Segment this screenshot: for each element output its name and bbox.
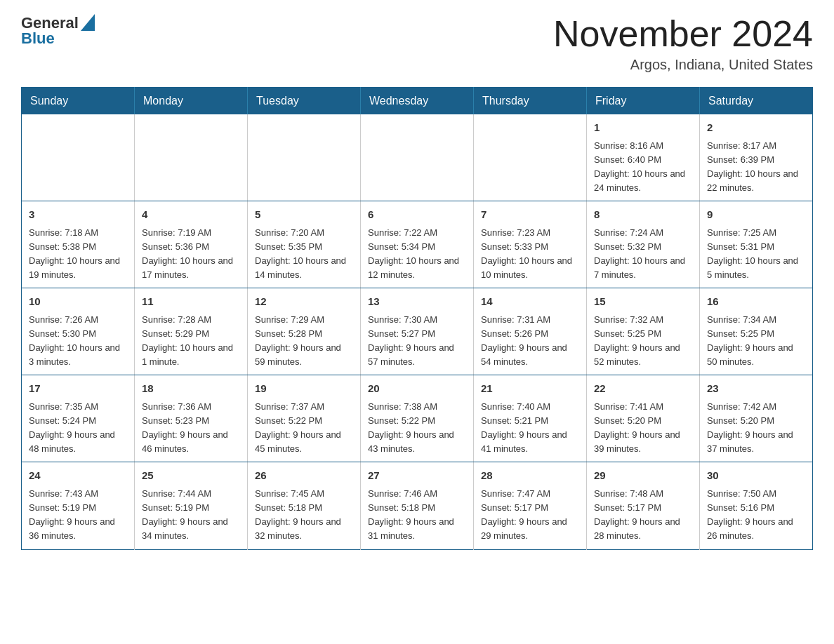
calendar-cell-w2-d3: 5Sunrise: 7:20 AM Sunset: 5:35 PM Daylig… — [248, 201, 361, 288]
day-info: Sunrise: 7:44 AM Sunset: 5:19 PM Dayligh… — [142, 487, 240, 544]
day-number: 27 — [368, 468, 466, 484]
day-number: 21 — [481, 381, 579, 397]
header-monday: Monday — [135, 88, 248, 115]
day-number: 5 — [255, 207, 353, 223]
weekday-header-row: Sunday Monday Tuesday Wednesday Thursday… — [22, 88, 813, 115]
calendar-week-5: 24Sunrise: 7:43 AM Sunset: 5:19 PM Dayli… — [22, 462, 813, 549]
day-info: Sunrise: 7:34 AM Sunset: 5:25 PM Dayligh… — [707, 313, 805, 370]
day-number: 14 — [481, 294, 579, 310]
logo: General Blue — [21, 14, 95, 48]
logo-triangle-icon — [81, 14, 95, 31]
page-header: General Blue November 2024 Argos, Indian… — [21, 14, 813, 73]
header-thursday: Thursday — [474, 88, 587, 115]
day-info: Sunrise: 7:43 AM Sunset: 5:19 PM Dayligh… — [29, 487, 127, 544]
day-info: Sunrise: 7:38 AM Sunset: 5:22 PM Dayligh… — [368, 400, 466, 457]
calendar-cell-w2-d2: 4Sunrise: 7:19 AM Sunset: 5:36 PM Daylig… — [135, 201, 248, 288]
day-info: Sunrise: 7:31 AM Sunset: 5:26 PM Dayligh… — [481, 313, 579, 370]
calendar-title: November 2024 — [553, 14, 813, 54]
calendar-cell-w3-d5: 14Sunrise: 7:31 AM Sunset: 5:26 PM Dayli… — [474, 288, 587, 375]
calendar-cell-w4-d1: 17Sunrise: 7:35 AM Sunset: 5:24 PM Dayli… — [22, 375, 135, 462]
day-number: 3 — [29, 207, 127, 223]
calendar-week-4: 17Sunrise: 7:35 AM Sunset: 5:24 PM Dayli… — [22, 375, 813, 462]
calendar-cell-w1-d5 — [474, 114, 587, 201]
calendar-cell-w1-d3 — [248, 114, 361, 201]
calendar-cell-w5-d5: 28Sunrise: 7:47 AM Sunset: 5:17 PM Dayli… — [474, 462, 587, 549]
calendar-cell-w2-d6: 8Sunrise: 7:24 AM Sunset: 5:32 PM Daylig… — [587, 201, 700, 288]
day-info: Sunrise: 7:35 AM Sunset: 5:24 PM Dayligh… — [29, 400, 127, 457]
calendar-cell-w2-d1: 3Sunrise: 7:18 AM Sunset: 5:38 PM Daylig… — [22, 201, 135, 288]
calendar-cell-w5-d3: 26Sunrise: 7:45 AM Sunset: 5:18 PM Dayli… — [248, 462, 361, 549]
day-number: 9 — [707, 207, 805, 223]
day-number: 30 — [707, 468, 805, 484]
calendar-cell-w4-d2: 18Sunrise: 7:36 AM Sunset: 5:23 PM Dayli… — [135, 375, 248, 462]
calendar-cell-w3-d3: 12Sunrise: 7:29 AM Sunset: 5:28 PM Dayli… — [248, 288, 361, 375]
day-number: 8 — [594, 207, 692, 223]
calendar-cell-w4-d7: 23Sunrise: 7:42 AM Sunset: 5:20 PM Dayli… — [700, 375, 813, 462]
day-info: Sunrise: 7:40 AM Sunset: 5:21 PM Dayligh… — [481, 400, 579, 457]
day-info: Sunrise: 7:48 AM Sunset: 5:17 PM Dayligh… — [594, 487, 692, 544]
day-number: 12 — [255, 294, 353, 310]
day-info: Sunrise: 7:23 AM Sunset: 5:33 PM Dayligh… — [481, 226, 579, 283]
calendar-title-area: November 2024 Argos, Indiana, United Sta… — [553, 14, 813, 73]
calendar-cell-w3-d7: 16Sunrise: 7:34 AM Sunset: 5:25 PM Dayli… — [700, 288, 813, 375]
calendar-week-1: 1Sunrise: 8:16 AM Sunset: 6:40 PM Daylig… — [22, 114, 813, 201]
day-number: 1 — [594, 120, 692, 136]
calendar-cell-w1-d1 — [22, 114, 135, 201]
calendar-cell-w2-d5: 7Sunrise: 7:23 AM Sunset: 5:33 PM Daylig… — [474, 201, 587, 288]
day-info: Sunrise: 7:36 AM Sunset: 5:23 PM Dayligh… — [142, 400, 240, 457]
day-number: 4 — [142, 207, 240, 223]
svg-marker-0 — [81, 14, 95, 31]
day-info: Sunrise: 7:42 AM Sunset: 5:20 PM Dayligh… — [707, 400, 805, 457]
calendar-cell-w4-d4: 20Sunrise: 7:38 AM Sunset: 5:22 PM Dayli… — [361, 375, 474, 462]
calendar-cell-w4-d3: 19Sunrise: 7:37 AM Sunset: 5:22 PM Dayli… — [248, 375, 361, 462]
day-info: Sunrise: 7:19 AM Sunset: 5:36 PM Dayligh… — [142, 226, 240, 283]
day-number: 26 — [255, 468, 353, 484]
day-number: 7 — [481, 207, 579, 223]
day-info: Sunrise: 7:46 AM Sunset: 5:18 PM Dayligh… — [368, 487, 466, 544]
day-info: Sunrise: 7:24 AM Sunset: 5:32 PM Dayligh… — [594, 226, 692, 283]
day-info: Sunrise: 7:41 AM Sunset: 5:20 PM Dayligh… — [594, 400, 692, 457]
calendar-cell-w3-d4: 13Sunrise: 7:30 AM Sunset: 5:27 PM Dayli… — [361, 288, 474, 375]
day-number: 29 — [594, 468, 692, 484]
day-number: 15 — [594, 294, 692, 310]
calendar-cell-w3-d6: 15Sunrise: 7:32 AM Sunset: 5:25 PM Dayli… — [587, 288, 700, 375]
header-wednesday: Wednesday — [361, 88, 474, 115]
day-number: 23 — [707, 381, 805, 397]
day-number: 2 — [707, 120, 805, 136]
calendar-cell-w1-d6: 1Sunrise: 8:16 AM Sunset: 6:40 PM Daylig… — [587, 114, 700, 201]
calendar-cell-w2-d4: 6Sunrise: 7:22 AM Sunset: 5:34 PM Daylig… — [361, 201, 474, 288]
day-info: Sunrise: 8:16 AM Sunset: 6:40 PM Dayligh… — [594, 139, 692, 196]
day-number: 20 — [368, 381, 466, 397]
day-info: Sunrise: 7:50 AM Sunset: 5:16 PM Dayligh… — [707, 487, 805, 544]
calendar-subtitle: Argos, Indiana, United States — [553, 57, 813, 73]
day-info: Sunrise: 7:28 AM Sunset: 5:29 PM Dayligh… — [142, 313, 240, 370]
day-info: Sunrise: 8:17 AM Sunset: 6:39 PM Dayligh… — [707, 139, 805, 196]
calendar-cell-w3-d1: 10Sunrise: 7:26 AM Sunset: 5:30 PM Dayli… — [22, 288, 135, 375]
calendar-cell-w5-d1: 24Sunrise: 7:43 AM Sunset: 5:19 PM Dayli… — [22, 462, 135, 549]
day-info: Sunrise: 7:30 AM Sunset: 5:27 PM Dayligh… — [368, 313, 466, 370]
calendar-cell-w2-d7: 9Sunrise: 7:25 AM Sunset: 5:31 PM Daylig… — [700, 201, 813, 288]
calendar-cell-w1-d4 — [361, 114, 474, 201]
day-info: Sunrise: 7:22 AM Sunset: 5:34 PM Dayligh… — [368, 226, 466, 283]
calendar-cell-w5-d7: 30Sunrise: 7:50 AM Sunset: 5:16 PM Dayli… — [700, 462, 813, 549]
calendar-cell-w5-d6: 29Sunrise: 7:48 AM Sunset: 5:17 PM Dayli… — [587, 462, 700, 549]
day-number: 17 — [29, 381, 127, 397]
calendar-cell-w1-d2 — [135, 114, 248, 201]
day-info: Sunrise: 7:45 AM Sunset: 5:18 PM Dayligh… — [255, 487, 353, 544]
day-info: Sunrise: 7:37 AM Sunset: 5:22 PM Dayligh… — [255, 400, 353, 457]
calendar-week-2: 3Sunrise: 7:18 AM Sunset: 5:38 PM Daylig… — [22, 201, 813, 288]
day-info: Sunrise: 7:29 AM Sunset: 5:28 PM Dayligh… — [255, 313, 353, 370]
day-number: 10 — [29, 294, 127, 310]
header-saturday: Saturday — [700, 88, 813, 115]
day-number: 22 — [594, 381, 692, 397]
calendar-table: Sunday Monday Tuesday Wednesday Thursday… — [21, 87, 813, 549]
day-info: Sunrise: 7:32 AM Sunset: 5:25 PM Dayligh… — [594, 313, 692, 370]
day-number: 28 — [481, 468, 579, 484]
day-info: Sunrise: 7:26 AM Sunset: 5:30 PM Dayligh… — [29, 313, 127, 370]
day-number: 19 — [255, 381, 353, 397]
day-number: 25 — [142, 468, 240, 484]
day-info: Sunrise: 7:47 AM Sunset: 5:17 PM Dayligh… — [481, 487, 579, 544]
day-number: 6 — [368, 207, 466, 223]
calendar-cell-w5-d4: 27Sunrise: 7:46 AM Sunset: 5:18 PM Dayli… — [361, 462, 474, 549]
calendar-cell-w3-d2: 11Sunrise: 7:28 AM Sunset: 5:29 PM Dayli… — [135, 288, 248, 375]
